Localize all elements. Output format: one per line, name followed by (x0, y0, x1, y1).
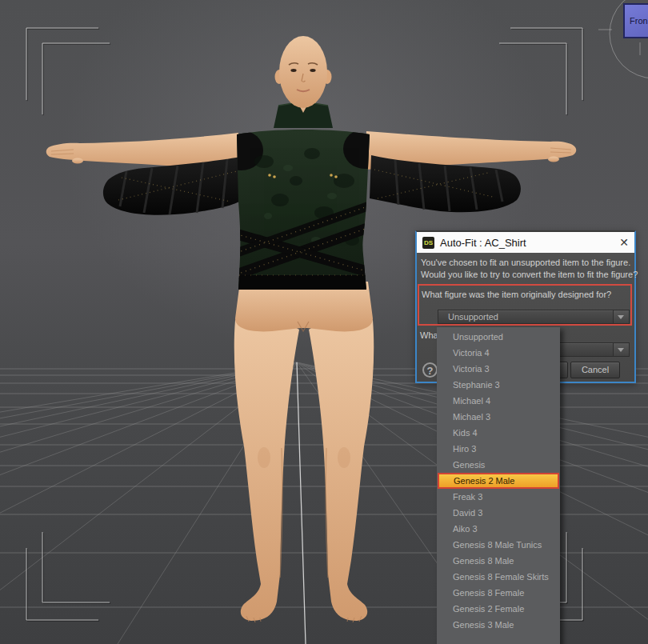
question-figure-label: What figure was the item originally desi… (422, 290, 611, 299)
viewport-3d[interactable]: Fron (0, 0, 648, 644)
daz-studio-icon: DS (422, 237, 434, 249)
list-item[interactable]: Genesis 8 Male (437, 553, 560, 569)
figure-dropdown[interactable]: Unsupported (438, 310, 630, 324)
list-item[interactable]: Genesis 8 Female Skirts (437, 569, 560, 585)
dialog-message-line1: You've chosen to fit an unsupported item… (421, 257, 638, 269)
list-item[interactable]: David 3 (437, 505, 560, 521)
list-item-selected[interactable]: Genesis 2 Male (438, 473, 559, 489)
dialog-title: Auto-Fit : AC_Shirt (440, 237, 526, 249)
list-item[interactable]: Hiro 3 (437, 441, 560, 457)
list-item[interactable]: Genesis (437, 457, 560, 473)
list-item[interactable]: Unsupported (437, 329, 560, 345)
dialog-message: You've chosen to fit an unsupported item… (421, 257, 638, 281)
close-icon[interactable]: ✕ (619, 237, 629, 248)
list-item[interactable]: Michael 4 (437, 393, 560, 409)
chevron-down-icon[interactable] (613, 343, 629, 356)
list-item[interactable]: Freak 3 (437, 489, 560, 505)
list-item[interactable]: Victoria 4 (437, 345, 560, 361)
figure-dropdown-list: Unsupported Victoria 4 Victoria 3 Stepha… (437, 327, 560, 644)
list-item[interactable]: Genesis 2 Female (437, 601, 560, 617)
list-item[interactable]: Michael 3 (437, 409, 560, 425)
dialog-message-line2: Would you like to try to convert the ite… (421, 269, 638, 281)
list-item[interactable]: Kids 4 (437, 425, 560, 441)
list-item[interactable]: Genesis 3 Male (437, 617, 560, 633)
figure-dropdown-value: Unsupported (448, 312, 498, 322)
figure-shirt (220, 129, 386, 290)
figure-legs (234, 320, 374, 623)
list-item[interactable]: Genesis 8 Female (437, 585, 560, 601)
chevron-down-icon[interactable] (613, 310, 629, 323)
list-item[interactable]: Stephanie 3 (437, 377, 560, 393)
list-item[interactable]: Genesis 8 Male Tunics (437, 537, 560, 553)
figure-head (274, 36, 333, 128)
help-button[interactable]: ? (422, 362, 438, 378)
list-item[interactable]: Aiko 3 (437, 521, 560, 537)
list-item[interactable]: Victoria 3 (437, 361, 560, 377)
cancel-button[interactable]: Cancel (570, 362, 620, 378)
dialog-titlebar[interactable]: DS Auto-Fit : AC_Shirt ✕ (417, 232, 634, 253)
